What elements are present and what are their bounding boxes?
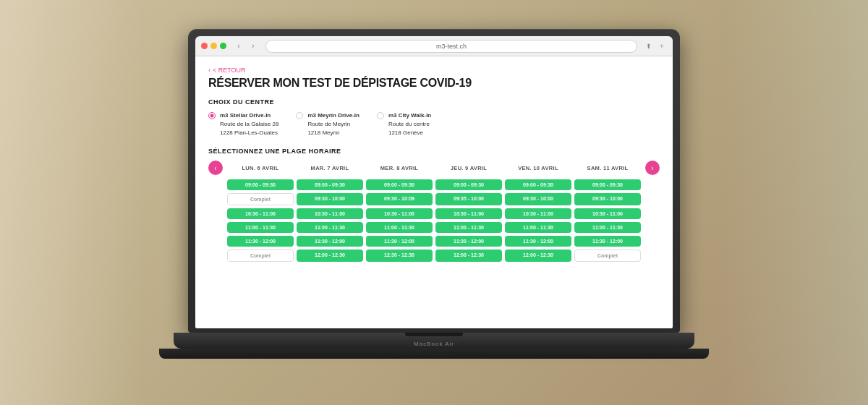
laptop-base [159, 349, 709, 359]
center-address1-city: Route du centre [388, 120, 431, 129]
day-header-4: VEN. 10 AVRIL [505, 163, 571, 174]
center-address2-stellar: 1228 Plan-Les-Ouates [220, 129, 278, 137]
slot-1-5[interactable]: 09:30 - 10:00 [574, 193, 641, 205]
days-grid: LUN. 6 AVRIL MAR. 7 AVRIL MER. 8 AVRIL J… [227, 163, 641, 174]
slot-4-2[interactable]: 11:30 - 12:00 [366, 236, 433, 247]
slot-0-4[interactable]: 09:00 - 09:30 [505, 179, 571, 190]
day-header-2: MER. 8 AVRIL [366, 163, 433, 174]
slot-4-1[interactable]: 11:30 - 12:00 [297, 236, 363, 247]
center-address2-meyrin: 1218 Meyrin [307, 129, 359, 137]
slot-2-4[interactable]: 10:30 - 11:00 [505, 208, 571, 219]
slot-1-2[interactable]: 09:30 - 10:09 [366, 193, 433, 205]
browser-chrome: ‹ › m3-test.ch ⬆ + [195, 36, 673, 56]
slot-2-0[interactable]: 10:30 - 11:00 [227, 208, 294, 219]
slot-3-5[interactable]: 11:00 - 11:30 [574, 222, 641, 233]
back-nav-button[interactable]: ‹ [233, 40, 244, 52]
center-name-city: m3 City Walk-In [388, 111, 431, 120]
slot-4-5[interactable]: 11:30 - 12:00 [574, 236, 641, 247]
laptop-notch [405, 333, 463, 336]
day-header-3: JEU. 9 AVRIL [435, 163, 502, 174]
center-option-city[interactable]: m3 City Walk-In Route du centre 1218 Gen… [377, 111, 431, 137]
slot-1-1[interactable]: 09:30 - 10:00 [297, 193, 363, 205]
day-header-0: LUN. 6 AVRIL [227, 163, 294, 174]
center-name-stellar: m3 Stellar Drive-In [220, 111, 278, 120]
prev-week-button[interactable]: ‹ [208, 161, 223, 175]
center-text-meyrin: m3 Meyrin Drive-In Route de Meyrin 1218 … [307, 111, 359, 137]
radio-city[interactable] [377, 112, 384, 119]
center-option-stellar[interactable]: m3 Stellar Drive-In Route de la Galaise … [208, 111, 278, 137]
slot-0-5[interactable]: 09:00 - 09:30 [574, 179, 641, 190]
slot-5-0: Complet [227, 250, 294, 262]
center-text-stellar: m3 Stellar Drive-In Route de la Galaise … [220, 111, 278, 137]
macbook-label: MacBook Air [414, 341, 454, 347]
slot-2-5[interactable]: 10:30 - 11:00 [574, 208, 641, 219]
laptop-screen-shell: ‹ › m3-test.ch ⬆ + ‹ < [188, 29, 680, 333]
center-address2-city: 1218 Genève [388, 129, 431, 137]
page-title: RÉSERVER MON TEST DE DÉPISTAGE COVID-19 [208, 77, 660, 90]
slot-0-2[interactable]: 09:00 - 09:30 [366, 179, 433, 190]
slot-3-1[interactable]: 11:00 - 11:30 [297, 222, 363, 233]
slot-2-2[interactable]: 10:30 - 11:00 [366, 208, 433, 219]
traffic-light-red[interactable] [201, 43, 208, 49]
browser-nav: ‹ › [233, 40, 259, 52]
slot-2-1[interactable]: 10:30 - 11:00 [297, 208, 363, 219]
centers-row: m3 Stellar Drive-In Route de la Galaise … [208, 111, 660, 137]
days-nav: ‹ LUN. 6 AVRIL MAR. 7 AVRIL MER. 8 AVRIL… [208, 161, 660, 175]
browser-content: ‹ < RETOUR RÉSERVER MON TEST DE DÉPISTAG… [195, 56, 673, 328]
radio-stellar[interactable] [208, 112, 216, 119]
back-label: < RETOUR [213, 67, 246, 74]
browser-actions: ⬆ + [644, 41, 667, 51]
slot-4-3[interactable]: 11:30 - 12:00 [435, 236, 502, 247]
slot-0-3[interactable]: 09:00 - 09:30 [435, 179, 502, 190]
back-arrow-icon: ‹ [208, 67, 210, 74]
address-bar[interactable]: m3-test.ch [265, 40, 637, 53]
center-name-meyrin: m3 Meyrin Drive-In [307, 111, 359, 120]
share-icon[interactable]: ⬆ [644, 41, 654, 51]
traffic-light-green[interactable] [220, 43, 226, 49]
slot-4-0[interactable]: 11:30 - 12:00 [227, 236, 294, 247]
center-option-meyrin[interactable]: m3 Meyrin Drive-In Route de Meyrin 1218 … [296, 111, 359, 137]
slot-3-2[interactable]: 11:00 - 11:30 [366, 222, 433, 233]
add-tab-icon[interactable]: + [657, 41, 667, 51]
slot-5-5: Complet [574, 250, 641, 262]
slot-5-2[interactable]: 12:30 - 12:30 [366, 250, 433, 262]
forward-nav-button[interactable]: › [247, 40, 259, 52]
center-address1-meyrin: Route de Meyrin [307, 120, 359, 129]
slot-2-3[interactable]: 10:30 - 11:00 [435, 208, 502, 219]
next-week-button[interactable]: › [645, 161, 660, 175]
center-address1-stellar: Route de la Galaise 28 [220, 120, 278, 129]
slot-1-0: Complet [227, 193, 294, 205]
day-header-1: MAR. 7 AVRIL [297, 163, 363, 174]
slot-1-3[interactable]: 09:35 - 10:00 [435, 193, 502, 205]
radio-meyrin[interactable] [296, 112, 303, 119]
laptop: ‹ › m3-test.ch ⬆ + ‹ < [159, 29, 709, 376]
schedule-section-label: SÉLECTIONNEZ UNE PLAGE HORAIRE [208, 148, 660, 155]
slot-3-0[interactable]: 11:00 - 11:30 [227, 222, 294, 233]
slot-0-1[interactable]: 09:00 - 09:30 [297, 179, 363, 190]
slot-5-3[interactable]: 12:00 - 12:30 [435, 250, 502, 262]
traffic-lights [201, 43, 226, 49]
slot-3-4[interactable]: 11:00 - 11:30 [505, 222, 571, 233]
slot-5-1[interactable]: 12:00 - 12:30 [297, 250, 363, 262]
centers-section-label: CHOIX DU CENTRE [208, 98, 660, 106]
day-header-5: SAM. 11 AVRIL [574, 163, 641, 174]
address-text: m3-test.ch [436, 43, 467, 50]
back-link[interactable]: ‹ < RETOUR [208, 67, 660, 74]
traffic-light-yellow[interactable] [210, 43, 217, 49]
laptop-screen-bezel: ‹ › m3-test.ch ⬆ + ‹ < [195, 36, 673, 328]
slot-3-3[interactable]: 11:00 - 11:30 [435, 222, 502, 233]
laptop-bottom: MacBook Air [174, 333, 694, 349]
slots-grid: 09:00 - 09:30 09:00 - 09:30 09:00 - 09:3… [227, 179, 641, 262]
slot-1-4[interactable]: 09:30 - 10:00 [505, 193, 571, 205]
center-text-city: m3 City Walk-In Route du centre 1218 Gen… [388, 111, 431, 137]
slot-0-0[interactable]: 09:00 - 09:30 [227, 179, 294, 190]
slot-4-4[interactable]: 11:30 - 12:00 [505, 236, 571, 247]
slot-5-4[interactable]: 12:00 - 12:30 [505, 250, 571, 262]
